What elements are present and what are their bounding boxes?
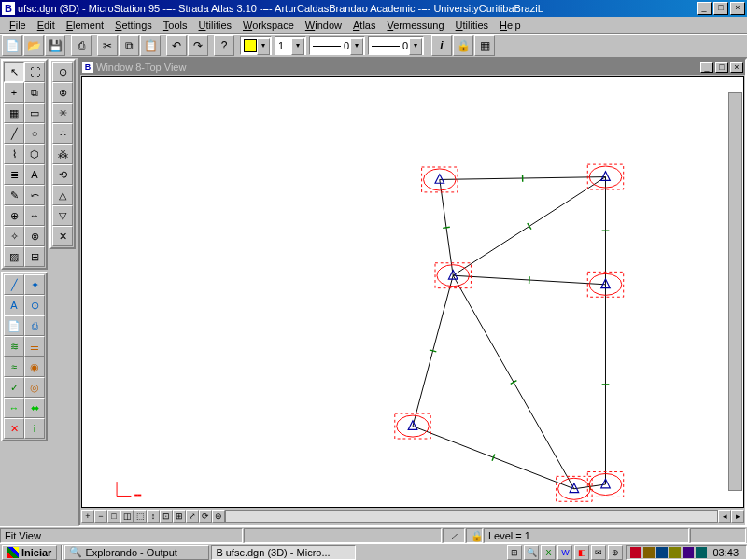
viewctrl-7[interactable]: ⊞ xyxy=(173,510,186,523)
tool-polygon[interactable]: ⬡ xyxy=(24,144,45,164)
viewctrl-2[interactable]: □ xyxy=(107,510,120,523)
help-button[interactable]: ? xyxy=(214,35,234,56)
lock-button[interactable]: 🔒 xyxy=(453,35,473,56)
start-button[interactable]: Iniciar xyxy=(2,545,57,560)
tool-line[interactable]: ╱ xyxy=(4,123,24,144)
doc-minimize-button[interactable]: _ xyxy=(700,62,713,73)
tool-target[interactable]: ⊙ xyxy=(52,62,73,82)
tool-triangle[interactable]: △ xyxy=(52,185,73,205)
menu-settings[interactable]: Settings xyxy=(109,18,158,33)
tool-mirror[interactable]: ↔ xyxy=(24,205,45,226)
copy-button[interactable]: ⧉ xyxy=(119,35,139,56)
doc-close-button[interactable]: × xyxy=(730,62,743,73)
tool-rectangle[interactable]: ▭ xyxy=(24,103,45,123)
ql-icon-5[interactable]: ◧ xyxy=(574,545,589,560)
minimize-button[interactable]: _ xyxy=(697,2,712,15)
tray-icon-5[interactable] xyxy=(683,547,694,558)
paste-button[interactable]: 📋 xyxy=(140,35,161,56)
tool-multi[interactable]: ⁂ xyxy=(52,144,73,164)
menu-utilities[interactable]: Utilities xyxy=(450,18,494,33)
menu-utilities[interactable]: Utilities xyxy=(193,18,237,33)
viewctrl-0[interactable]: + xyxy=(81,510,94,523)
linestyle-combo[interactable]: 0 xyxy=(309,36,365,55)
tool-cross[interactable]: ✕ xyxy=(52,226,73,246)
tool-sheet[interactable]: 📄 xyxy=(4,315,24,336)
tool-delete[interactable]: ⊗ xyxy=(24,226,45,246)
save-button[interactable]: 💾 xyxy=(45,35,65,56)
tool-select-box[interactable]: ⧉ xyxy=(24,82,45,103)
tray-icon-2[interactable] xyxy=(643,547,655,558)
tool-curve[interactable]: ⌇ xyxy=(4,144,24,164)
tool-layers[interactable]: ☰ xyxy=(24,336,45,357)
tool-surface[interactable]: ≋ xyxy=(4,336,24,357)
layer-combo[interactable]: 1 xyxy=(275,36,306,55)
doc-maximize-button[interactable]: □ xyxy=(715,62,728,73)
tool-points[interactable]: ∴ xyxy=(52,123,73,144)
tool-check[interactable]: ✓ xyxy=(4,377,24,398)
viewctrl-6[interactable]: ⊡ xyxy=(160,510,173,523)
menu-file[interactable]: File xyxy=(4,18,32,33)
tool-text[interactable]: A xyxy=(24,164,45,185)
open-button[interactable]: 📂 xyxy=(23,35,44,56)
lineweight-combo[interactable]: 0 xyxy=(368,36,424,55)
new-button[interactable]: 📄 xyxy=(2,35,22,56)
vertical-scrollbar[interactable] xyxy=(728,92,742,491)
viewctrl-3[interactable]: ◫ xyxy=(120,510,134,523)
tool-fill[interactable]: ▨ xyxy=(4,246,24,267)
maximize-button[interactable]: □ xyxy=(713,2,728,15)
task-ufsc-dgn-3d-micro-[interactable]: Bufsc.dgn (3D) - Micro... xyxy=(211,545,356,560)
status-lock-icon[interactable]: 🔒 xyxy=(466,528,483,543)
viewctrl-5[interactable]: ↕ xyxy=(147,510,160,523)
ql-icon-6[interactable]: ✉ xyxy=(591,545,606,560)
ql-icon-7[interactable]: ⊕ xyxy=(608,545,623,560)
menu-workspace[interactable]: Workspace xyxy=(237,18,300,33)
tool-align[interactable]: ╱ xyxy=(4,274,24,295)
tray-icon-4[interactable] xyxy=(669,547,681,558)
tool-profile[interactable]: ⬌ xyxy=(24,398,45,418)
tray-icon-3[interactable] xyxy=(656,547,668,558)
tool-pointer[interactable]: ↖ xyxy=(4,62,24,82)
tool-station[interactable]: ⊙ xyxy=(24,295,45,315)
tool-tri-down[interactable]: ▽ xyxy=(52,205,73,226)
tool-hatch[interactable]: ≣ xyxy=(4,164,24,185)
tool-point[interactable]: + xyxy=(4,82,24,103)
tool-info[interactable]: i xyxy=(24,418,45,439)
ql-icon-1[interactable]: ⊞ xyxy=(507,545,522,560)
tool-star[interactable]: ✳ xyxy=(52,103,73,123)
tool-grid[interactable]: ⊞ xyxy=(24,246,45,267)
status-snap-icon[interactable]: ⟋ xyxy=(443,528,465,543)
tool-circle[interactable]: ○ xyxy=(24,123,45,144)
menu-edit[interactable]: Edit xyxy=(32,18,61,33)
redo-button[interactable]: ↷ xyxy=(188,35,208,56)
tool-rotate[interactable]: ⤺ xyxy=(24,185,45,205)
cut-button[interactable]: ✂ xyxy=(97,35,118,56)
tool-circle2[interactable]: ◎ xyxy=(24,377,45,398)
tool-contour[interactable]: ≈ xyxy=(4,357,24,377)
tool-spot[interactable]: ◉ xyxy=(24,357,45,377)
close-button[interactable]: × xyxy=(730,2,745,15)
tool-node[interactable]: ✦ xyxy=(24,274,45,295)
tool-array[interactable]: ⊕ xyxy=(4,205,24,226)
menu-vermessung[interactable]: Vermessung xyxy=(381,18,449,33)
horizontal-scrollbar[interactable] xyxy=(225,510,718,523)
view-button[interactable]: ▦ xyxy=(474,35,495,56)
tray-icon-6[interactable] xyxy=(696,547,707,558)
ql-icon-4[interactable]: W xyxy=(557,545,572,560)
tool-fence[interactable]: ⛶ xyxy=(24,62,45,82)
tool-section[interactable]: ↔ xyxy=(4,398,24,418)
menu-atlas[interactable]: Atlas xyxy=(347,18,381,33)
menu-window[interactable]: Window xyxy=(300,18,347,33)
task-explorando-output[interactable]: 🔍Explorando - Output xyxy=(64,545,209,560)
canvas[interactable]: -- xyxy=(81,76,744,508)
print-button[interactable]: ⎙ xyxy=(71,35,92,56)
menu-tools[interactable]: Tools xyxy=(158,18,193,33)
color-combo[interactable] xyxy=(240,36,272,55)
ql-icon-3[interactable]: X xyxy=(541,545,556,560)
viewctrl-10[interactable]: ⊕ xyxy=(212,510,225,523)
tool-undo[interactable]: ⟲ xyxy=(52,164,73,185)
viewctrl-1[interactable]: − xyxy=(94,510,107,523)
menu-element[interactable]: Element xyxy=(61,18,109,33)
info-button[interactable]: i xyxy=(431,35,452,56)
undo-button[interactable]: ↶ xyxy=(166,35,187,56)
tray-icon-1[interactable] xyxy=(630,547,641,558)
